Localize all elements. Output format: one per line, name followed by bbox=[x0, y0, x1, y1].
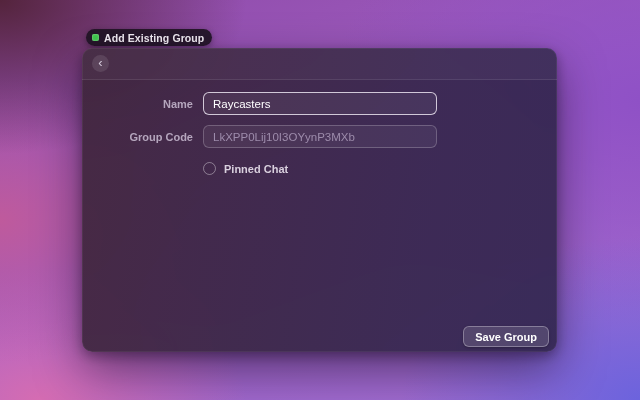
name-row: Name bbox=[82, 92, 557, 115]
group-code-input[interactable] bbox=[203, 125, 437, 148]
save-group-button-label: Save Group bbox=[475, 331, 537, 343]
save-group-button[interactable]: Save Group bbox=[463, 326, 549, 347]
pinned-chat-label: Pinned Chat bbox=[224, 163, 288, 175]
pinned-chat-row: Pinned Chat bbox=[82, 162, 557, 175]
dialog-form: Name Group Code Pinned Chat bbox=[82, 80, 557, 175]
desktop-background: { "tag": { "label": "Add Existing Group"… bbox=[0, 0, 640, 400]
group-code-row: Group Code bbox=[82, 125, 557, 148]
group-tag-label: Add Existing Group bbox=[104, 32, 204, 44]
pinned-chat-checkbox[interactable] bbox=[203, 162, 216, 175]
add-group-dialog: ‹ Name Group Code Pinned Chat Save Group bbox=[82, 48, 557, 352]
chevron-left-icon: ‹ bbox=[98, 56, 102, 69]
name-label: Name bbox=[82, 98, 193, 110]
green-status-dot-icon bbox=[92, 34, 99, 41]
name-input[interactable] bbox=[203, 92, 437, 115]
dialog-titlebar: ‹ bbox=[82, 48, 557, 80]
group-code-label: Group Code bbox=[82, 131, 193, 143]
back-button[interactable]: ‹ bbox=[92, 55, 109, 72]
group-status-tag[interactable]: Add Existing Group bbox=[86, 29, 212, 46]
